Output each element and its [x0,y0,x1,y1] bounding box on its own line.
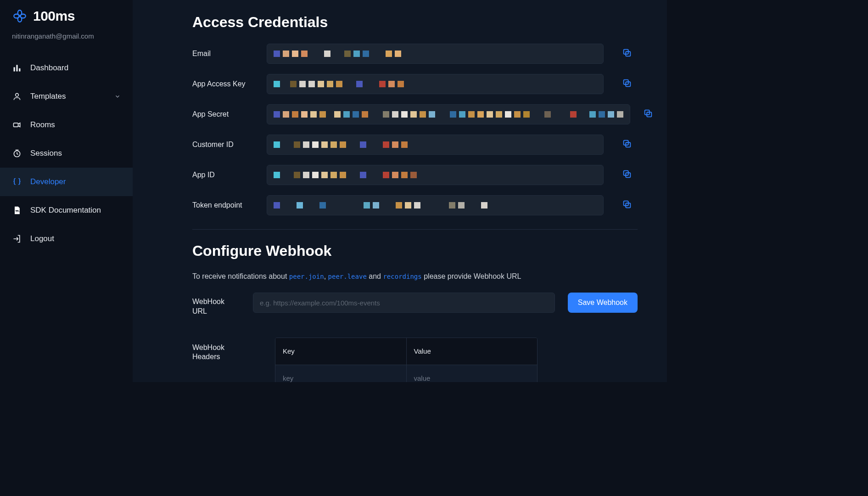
braces-icon [12,177,22,186]
copy-icon [622,48,632,60]
chevron-down-icon [114,93,121,100]
nav-label: Rooms [30,120,55,130]
exit-icon [12,234,22,243]
headers-value-input[interactable]: value [407,365,538,382]
sidebar: 100ms nitinranganath@gmail.com Dashboard… [0,0,133,382]
nav-item-dashboard[interactable]: Dashboard [0,54,133,82]
credential-label: App Access Key [192,80,254,88]
credential-value-email [267,44,604,64]
credential-value-app_secret [267,104,630,124]
nav-item-logout[interactable]: Logout [0,225,133,253]
save-webhook-button[interactable]: Save Webhook [568,293,638,313]
clock-icon [12,149,22,158]
copy-button-app_id[interactable] [616,165,638,185]
nav-item-sessions[interactable]: Sessions [0,139,133,168]
nav-label: Logout [30,234,54,243]
svg-point-3 [16,93,19,96]
copy-button-email[interactable] [616,44,638,64]
nav-item-docs[interactable]: DOC SDK Documentation [0,196,133,225]
user-email: nitinranganath@gmail.com [0,32,133,40]
credential-row-app_secret: App Secret [192,104,638,124]
headers-key-input[interactable]: key [275,365,407,382]
svg-rect-0 [14,67,15,71]
webhook-heading: Configure Webhook [192,242,638,259]
svg-rect-4 [14,123,18,127]
nav-label: Templates [30,92,66,101]
nav: Dashboard Templates Rooms [0,54,133,253]
credential-row-email: Email [192,44,638,64]
svg-rect-2 [19,68,20,72]
nav-item-templates[interactable]: Templates [0,82,133,111]
nav-label: Developer [30,177,66,186]
credential-label: App Secret [192,110,254,118]
nav-label: SDK Documentation [30,206,101,215]
credential-label: Email [192,50,254,58]
webhook-headers-table: Key Value key value + [275,338,538,382]
camera-icon [12,120,22,130]
code-peer-leave: peer.leave [328,273,367,280]
credential-row-token_endpoint: Token endpoint [192,195,638,215]
webhook-url-input[interactable] [253,293,555,313]
person-icon [12,92,22,101]
nav-item-developer[interactable]: Developer [0,168,133,196]
copy-icon [622,139,632,151]
webhook-headers-label: WebHook Headers [192,338,254,362]
credential-row-app_access_key: App Access Key [192,74,638,94]
credential-value-token_endpoint [267,195,604,215]
nav-label: Sessions [30,149,62,158]
section-divider [192,229,638,230]
credential-row-app_id: App ID [192,165,638,185]
copy-icon [643,108,653,120]
brand-logo-icon [12,8,28,24]
copy-icon [622,78,632,90]
webhook-description: To receive notifications about peer.join… [192,272,638,281]
code-peer-join: peer.join [289,273,324,280]
nav-label: Dashboard [30,63,68,73]
copy-icon [622,169,632,181]
webhook-url-label: WebHook URL [192,293,240,316]
credential-label: App ID [192,171,254,179]
credential-label: Token endpoint [192,201,254,209]
credential-row-customer_id: Customer ID [192,135,638,155]
copy-button-app_secret[interactable] [643,104,653,124]
headers-col-key: Key [275,338,407,365]
svg-rect-1 [16,65,17,71]
copy-button-token_endpoint[interactable] [616,195,638,215]
doc-icon: DOC [12,206,22,215]
credential-label: Customer ID [192,141,254,149]
credential-value-customer_id [267,135,604,155]
main: Access Credentials EmailApp Access KeyAp… [133,0,667,382]
credential-value-app_access_key [267,74,604,94]
brand: 100ms [0,8,133,24]
credentials-heading: Access Credentials [192,14,638,31]
svg-text:DOC: DOC [16,210,20,213]
copy-button-app_access_key[interactable] [616,74,638,94]
copy-button-customer_id[interactable] [616,135,638,155]
nav-item-rooms[interactable]: Rooms [0,111,133,139]
copy-icon [622,199,632,211]
code-recordings: recordings [383,273,421,280]
credential-value-app_id [267,165,604,185]
bars-icon [12,63,22,73]
brand-name: 100ms [33,8,75,24]
headers-col-value: Value [407,338,538,365]
